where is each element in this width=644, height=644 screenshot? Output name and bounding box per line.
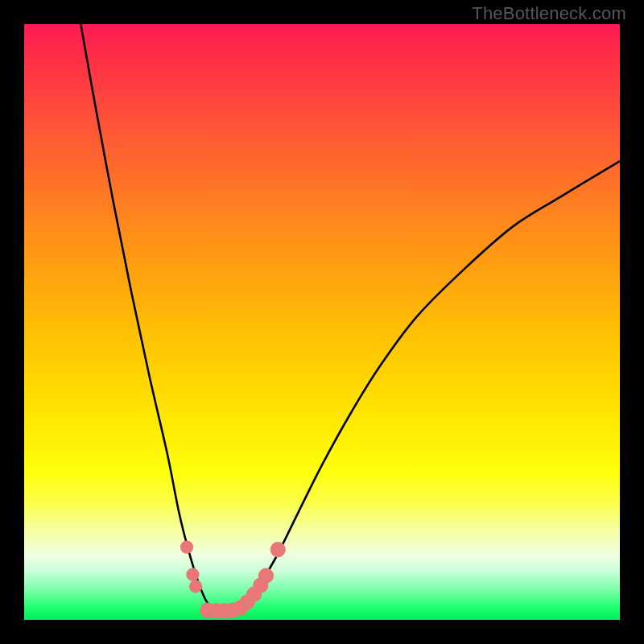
marker-dot bbox=[270, 542, 286, 557]
chart-container: TheBottleneck.com bbox=[0, 0, 644, 644]
marker-dot bbox=[186, 568, 199, 581]
curve-layer bbox=[24, 24, 620, 620]
watermark-text: TheBottleneck.com bbox=[472, 3, 626, 24]
marker-dot bbox=[189, 580, 202, 592]
marker-group bbox=[180, 541, 286, 619]
marker-dot bbox=[258, 568, 274, 584]
plot-area bbox=[24, 24, 620, 620]
marker-dot bbox=[180, 541, 193, 554]
bottleneck-curve bbox=[80, 24, 620, 611]
